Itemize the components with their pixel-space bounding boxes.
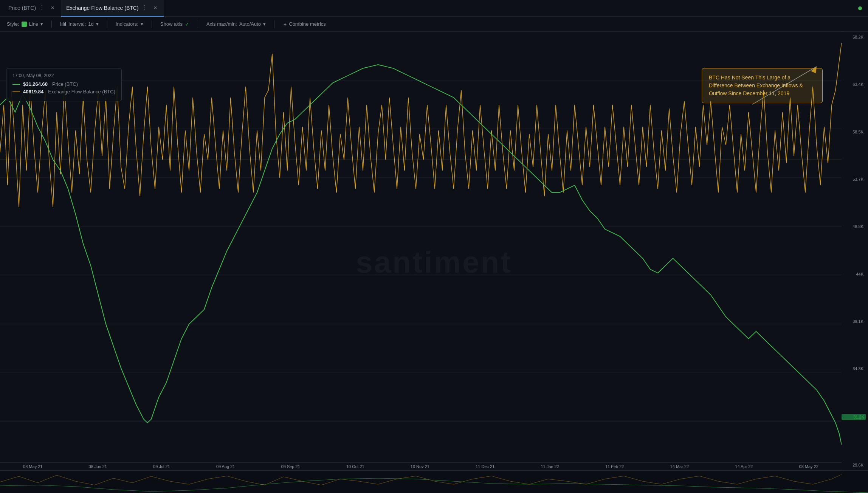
separator-1 [51, 20, 52, 28]
style-value: Line [29, 21, 39, 27]
green-line-indicator [12, 84, 20, 85]
indicators-selector[interactable]: Indicators: ▾ [113, 20, 146, 28]
combine-label: Combine metrics [289, 21, 326, 27]
y-label-7: 39.1K [842, 319, 866, 324]
x-label-1: 08 May 21 [23, 464, 42, 469]
x-label-11: 14 Mar 22 [670, 464, 689, 469]
style-selector[interactable]: Style: Line ▾ [5, 20, 45, 28]
show-axis-check: ✓ [185, 21, 189, 27]
svg-marker-19 [811, 67, 817, 73]
y-label-10: 29.6K [842, 463, 866, 467]
x-label-9: 11 Jan 22 [541, 464, 559, 469]
svg-rect-0 [60, 22, 61, 26]
mini-chart-svg [0, 471, 868, 493]
svg-rect-1 [62, 23, 62, 26]
x-label-2: 08 Jun 21 [89, 464, 107, 469]
y-label-8: 34.3K [842, 366, 866, 371]
x-label-12: 14 Apr 22 [735, 464, 753, 469]
style-color-swatch [22, 22, 27, 27]
tooltip-green-value: $31,264.60 [23, 81, 48, 87]
status-dot [858, 6, 862, 10]
x-label-7: 10 Nov 21 [411, 464, 429, 469]
x-label-8: 11 Dec 21 [476, 464, 494, 469]
tab-exchange-flow-dots[interactable]: ⋮ [142, 4, 148, 11]
show-axis-label: Show axis [160, 21, 183, 27]
tab-price-btc-dots[interactable]: ⋮ [39, 4, 45, 11]
tab-exchange-flow[interactable]: Exchange Flow Balance (BTC) ⋮ ✕ [61, 0, 163, 17]
interval-dropdown-icon: ▾ [96, 21, 99, 27]
interval-label: Interval: [68, 21, 86, 27]
chart-container: santiment 17:00, May 08, 2022 [0, 32, 868, 493]
indicators-label: Indicators: [116, 21, 138, 27]
x-label-13: 08 May 22 [799, 464, 818, 469]
interval-selector[interactable]: Interval: 1d ▾ [58, 20, 101, 28]
show-axis-toggle[interactable]: Show axis ✓ [158, 20, 192, 29]
svg-rect-4 [65, 22, 66, 26]
toolbar: Style: Line ▾ Interval: 1d ▾ Indicators:… [0, 17, 868, 32]
separator-3 [152, 20, 152, 28]
y-label-3: 58.5K [842, 130, 866, 134]
tab-exchange-flow-close[interactable]: ✕ [152, 5, 158, 11]
tooltip-row-green: $31,264.60 Price (BTC) [12, 81, 115, 87]
combine-plus-icon: + [284, 21, 287, 27]
tab-price-btc-close[interactable]: ✕ [50, 5, 56, 11]
combine-metrics-button[interactable]: + Combine metrics [281, 20, 329, 29]
separator-4 [198, 20, 198, 28]
gold-line-indicator [12, 91, 20, 92]
x-label-3: 09 Jul 21 [153, 464, 170, 469]
tooltip-row-gold: 40619.84 Exchange Flow Balance (BTC) [12, 89, 115, 95]
tab-bar: Price (BTC) ⋮ ✕ Exchange Flow Balance (B… [0, 0, 868, 17]
tab-exchange-flow-label: Exchange Flow Balance (BTC) [66, 5, 138, 11]
y-label-1: 68.2K [842, 35, 866, 39]
axis-dropdown-icon: ▾ [263, 21, 266, 27]
y-label-5: 48.8K [842, 224, 866, 229]
separator-5 [274, 20, 274, 28]
mini-chart[interactable] [0, 470, 868, 493]
y-label-2: 63.4K [842, 82, 866, 87]
tooltip-gold-label: Exchange Flow Balance (BTC) [48, 89, 115, 95]
interval-value: 1d [88, 21, 93, 27]
style-label: Style: [7, 21, 19, 27]
x-label-6: 10 Oct 21 [346, 464, 364, 469]
indicators-dropdown-icon: ▾ [141, 21, 143, 27]
axis-selector[interactable]: Axis max/min: Auto/Auto ▾ [204, 20, 268, 28]
svg-rect-2 [63, 22, 64, 26]
tab-price-btc-label: Price (BTC) [8, 5, 36, 11]
tooltip-gold-value: 40619.84 [23, 89, 43, 95]
tooltip-green-label: Price (BTC) [52, 81, 78, 87]
annotation-arrow [752, 63, 828, 108]
tab-price-btc[interactable]: Price (BTC) ⋮ ✕ [3, 0, 61, 17]
svg-rect-3 [64, 23, 65, 26]
interval-icon [60, 22, 66, 27]
y-label-9: 31.2K [842, 414, 866, 420]
style-dropdown-icon: ▾ [40, 21, 43, 27]
tooltip-date: 17:00, May 08, 2022 [12, 73, 115, 78]
axis-label: Axis max/min: [206, 21, 237, 27]
x-label-10: 11 Feb 22 [605, 464, 624, 469]
y-axis: 68.2K 63.4K 58.5K 53.7K 48.8K 44K 39.1K … [842, 32, 868, 470]
separator-2 [107, 20, 107, 28]
axis-value: Auto/Auto [239, 21, 261, 27]
x-label-4: 09 Aug 21 [216, 464, 235, 469]
x-label-5: 09 Sep 21 [281, 464, 300, 469]
x-axis: 08 May 21 08 Jun 21 09 Jul 21 09 Aug 21 … [0, 462, 842, 470]
svg-line-18 [752, 67, 817, 104]
y-label-6: 44K [842, 272, 866, 276]
y-label-4: 53.7K [842, 177, 866, 181]
tooltip-box: 17:00, May 08, 2022 $31,264.60 Price (BT… [6, 68, 122, 101]
